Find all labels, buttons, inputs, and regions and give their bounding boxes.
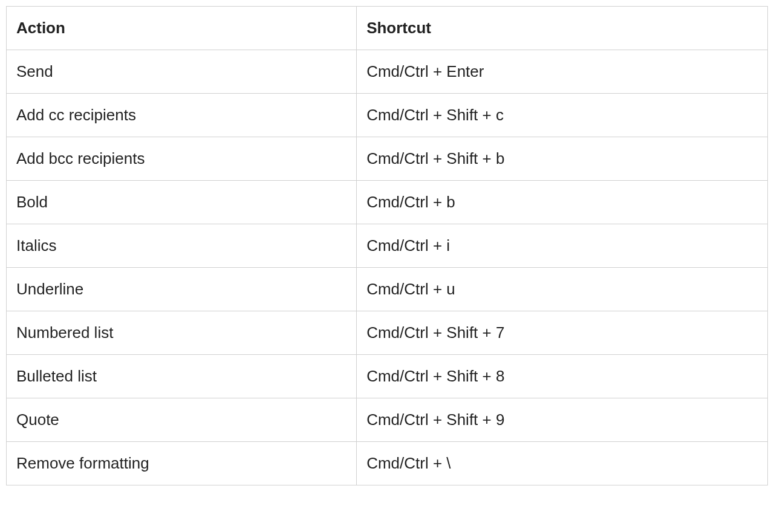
cell-shortcut: Cmd/Ctrl + Shift + 8 <box>357 355 768 398</box>
cell-action: Underline <box>7 268 357 311</box>
cell-shortcut: Cmd/Ctrl + Enter <box>357 50 768 94</box>
header-action: Action <box>7 7 357 50</box>
cell-action: Add cc recipients <box>7 94 357 137</box>
cell-shortcut: Cmd/Ctrl + \ <box>357 442 768 485</box>
cell-shortcut: Cmd/Ctrl + Shift + c <box>357 94 768 137</box>
table-row: Bold Cmd/Ctrl + b <box>7 181 768 224</box>
table-row: Bulleted list Cmd/Ctrl + Shift + 8 <box>7 355 768 398</box>
table-row: Remove formatting Cmd/Ctrl + \ <box>7 442 768 485</box>
table-row: Send Cmd/Ctrl + Enter <box>7 50 768 94</box>
table-row: Quote Cmd/Ctrl + Shift + 9 <box>7 398 768 442</box>
table-row: Add bcc recipients Cmd/Ctrl + Shift + b <box>7 137 768 181</box>
table-row: Numbered list Cmd/Ctrl + Shift + 7 <box>7 311 768 355</box>
cell-shortcut: Cmd/Ctrl + Shift + 9 <box>357 398 768 442</box>
cell-shortcut: Cmd/Ctrl + b <box>357 181 768 224</box>
cell-action: Send <box>7 50 357 94</box>
table-header-row: Action Shortcut <box>7 7 768 50</box>
cell-action: Italics <box>7 224 357 268</box>
cell-action: Add bcc recipients <box>7 137 357 181</box>
cell-shortcut: Cmd/Ctrl + i <box>357 224 768 268</box>
cell-shortcut: Cmd/Ctrl + Shift + 7 <box>357 311 768 355</box>
cell-shortcut: Cmd/Ctrl + u <box>357 268 768 311</box>
cell-action: Bold <box>7 181 357 224</box>
table-row: Italics Cmd/Ctrl + i <box>7 224 768 268</box>
header-shortcut: Shortcut <box>357 7 768 50</box>
shortcuts-table: Action Shortcut Send Cmd/Ctrl + Enter Ad… <box>6 6 768 485</box>
cell-shortcut: Cmd/Ctrl + Shift + b <box>357 137 768 181</box>
table-row: Underline Cmd/Ctrl + u <box>7 268 768 311</box>
cell-action: Bulleted list <box>7 355 357 398</box>
table-row: Add cc recipients Cmd/Ctrl + Shift + c <box>7 94 768 137</box>
cell-action: Remove formatting <box>7 442 357 485</box>
cell-action: Quote <box>7 398 357 442</box>
cell-action: Numbered list <box>7 311 357 355</box>
